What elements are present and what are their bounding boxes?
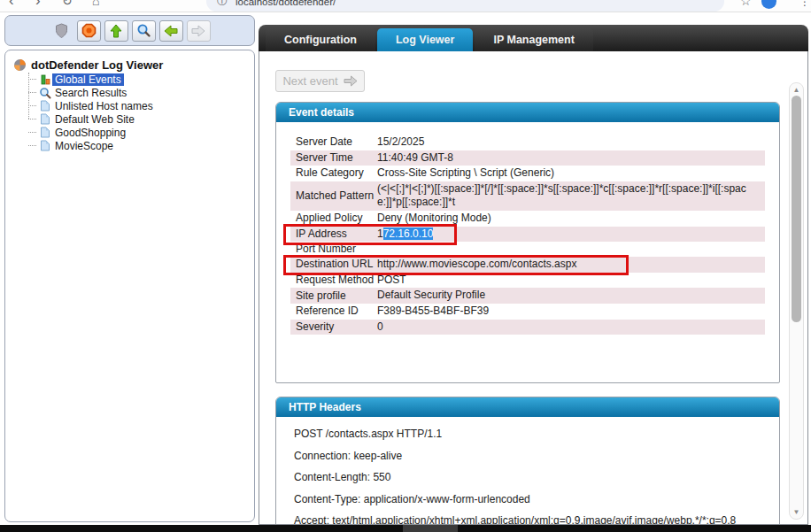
http-headers-body: POST /contacts.aspx HTTP/1.1 Connection:… xyxy=(276,417,779,525)
selected-text: 72.16.0.10 xyxy=(383,227,434,240)
shield-icon[interactable] xyxy=(50,20,73,42)
http-header-line: Content-Type: application/x-www-form-url… xyxy=(294,493,765,507)
log-viewer-toolbar xyxy=(4,15,255,46)
bookmark-star-icon[interactable]: ☆ xyxy=(740,0,752,8)
dotdefender-logo-icon xyxy=(12,59,27,72)
vertical-scrollbar[interactable]: ▲ ▼ xyxy=(789,82,804,520)
tab-bar: Configuration Log Viewer IP Management xyxy=(259,25,808,51)
tree-item-goodshopping[interactable]: GoodShopping xyxy=(24,126,247,139)
scroll-down-icon[interactable]: ▼ xyxy=(790,508,803,516)
row-destination-url: Destination URL http://www.moviescope.co… xyxy=(290,257,765,273)
taskbar-strip xyxy=(0,525,811,532)
tree-item-moviescope[interactable]: MovieScope xyxy=(24,139,247,152)
http-header-line: Accept: text/html,application/xhtml+xml,… xyxy=(294,514,765,525)
page-icon xyxy=(38,100,52,112)
up-arrow-button[interactable] xyxy=(104,20,128,42)
next-event-button: Next event xyxy=(275,70,365,92)
tree-item-global-events[interactable]: Global Events xyxy=(24,73,247,86)
address-url[interactable]: localhost/dotdefender/ xyxy=(236,0,336,7)
tree-item-label: GoodShopping xyxy=(52,127,128,139)
tree-item-label: Search Results xyxy=(52,87,129,99)
page-icon xyxy=(38,127,52,139)
profile-avatar[interactable] xyxy=(761,0,776,9)
event-details-header: Event details xyxy=(276,103,779,122)
tree-item-label: MovieScope xyxy=(52,140,116,152)
row-request-method: Request Method POST xyxy=(290,273,765,289)
address-bar[interactable]: ⓘ localhost/dotdefender/ xyxy=(206,0,724,12)
event-details-table: Server Date 15/2/2025 Server Time 11:40:… xyxy=(276,122,779,342)
tab-ip-management[interactable]: IP Management xyxy=(475,28,592,51)
row-port-number: Port Number xyxy=(290,242,765,257)
row-rule-category: Rule Category Cross-Site Scripting \ Scr… xyxy=(290,166,765,181)
forward-arrow-button xyxy=(187,20,211,42)
row-server-date: Server Date 15/2/2025 xyxy=(290,135,765,150)
http-header-line: Connection: keep-alive xyxy=(294,450,765,464)
search-icon xyxy=(38,87,52,99)
page-icon xyxy=(38,140,52,152)
http-headers-header: HTTP Headers xyxy=(276,397,779,417)
browser-menu-icon[interactable]: ⋮ xyxy=(799,0,810,8)
browser-chrome: ‹ › ↻ ⌂ ⓘ localhost/dotdefender/ ☆ ⋮ xyxy=(0,0,811,12)
tab-log-viewer[interactable]: Log Viewer xyxy=(377,28,473,51)
row-matched-pattern: Matched Pattern (<|<[;]*|<[;]*)[[:space:… xyxy=(290,181,765,211)
tree-root[interactable]: dotDefender Log Viewer xyxy=(12,58,247,72)
http-headers-section: HTTP Headers POST /contacts.aspx HTTP/1.… xyxy=(275,397,780,525)
browser-refresh-icon[interactable]: ↻ xyxy=(62,0,73,8)
log-viewer-tree: dotDefender Log Viewer Global Events Sea… xyxy=(4,50,255,522)
browser-forward-icon[interactable]: › xyxy=(35,0,41,10)
tree-item-search-results[interactable]: Search Results xyxy=(24,86,247,99)
scroll-up-icon[interactable]: ▲ xyxy=(790,86,803,94)
tree-item-unlisted-host-names[interactable]: Unlisted Host names xyxy=(24,99,247,112)
browser-home-icon[interactable]: ⌂ xyxy=(92,0,99,8)
stop-button[interactable] xyxy=(77,20,101,42)
ip-address-value[interactable]: 172.16.0.10 xyxy=(377,227,760,242)
back-arrow-button[interactable] xyxy=(159,20,183,42)
next-arrow-icon xyxy=(344,75,358,87)
log-viewer-content: Next event Event details Server Date 15/… xyxy=(259,51,808,525)
tree-root-label: dotDefender Log Viewer xyxy=(31,58,163,72)
http-header-line: Content-Length: 550 xyxy=(294,471,765,485)
page-icon xyxy=(38,113,52,126)
tree-item-label: Global Events xyxy=(52,73,124,86)
tree-item-label: Default Web Site xyxy=(52,113,137,126)
event-details-section: Event details Server Date 15/2/2025 Serv… xyxy=(275,102,780,383)
search-button[interactable] xyxy=(132,20,156,42)
main-panel: Configuration Log Viewer IP Management N… xyxy=(259,25,808,525)
row-reference-id: Reference ID F389-B455-B4BF-BF39 xyxy=(290,304,765,320)
bar-chart-icon xyxy=(38,73,52,86)
tree-item-default-web-site[interactable]: Default Web Site xyxy=(24,112,247,126)
site-info-icon[interactable]: ⓘ xyxy=(217,0,228,9)
row-severity: Severity 0 xyxy=(290,320,765,335)
tree-item-label: Unlisted Host names xyxy=(52,100,156,112)
row-ip-address: IP Address 172.16.0.10 xyxy=(290,227,765,243)
scrollbar-thumb[interactable] xyxy=(792,96,801,322)
row-applied-policy: Applied Policy Deny (Monitoring Mode) xyxy=(290,211,765,227)
tree-children: Global Events Search Results Unlisted Ho… xyxy=(24,73,247,152)
http-header-line: POST /contacts.aspx HTTP/1.1 xyxy=(294,428,765,442)
taskbar-segment xyxy=(403,525,458,532)
row-site-profile: Site profile Default Security Profile xyxy=(290,288,765,304)
browser-back-icon[interactable]: ‹ xyxy=(9,0,14,10)
row-server-time: Server Time 11:40:49 GMT-8 xyxy=(290,150,765,166)
tab-configuration[interactable]: Configuration xyxy=(266,28,375,51)
